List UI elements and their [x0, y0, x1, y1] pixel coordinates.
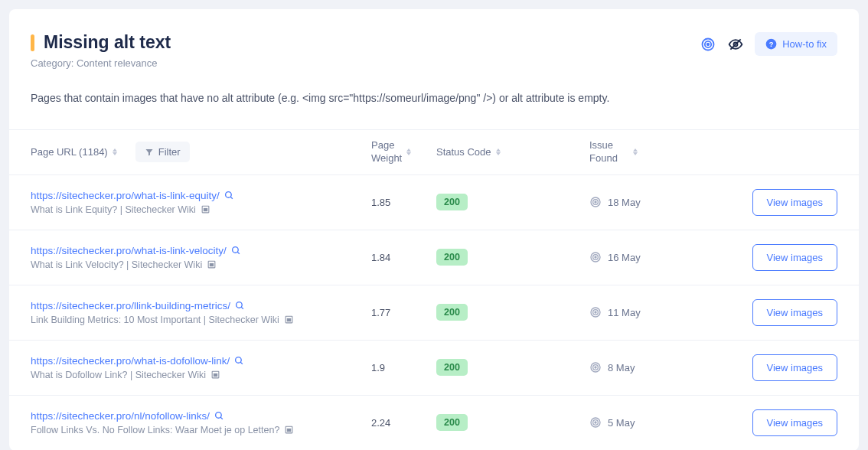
target-icon[interactable]	[700, 36, 716, 53]
view-images-button[interactable]: View images	[752, 409, 837, 436]
filter-button[interactable]: Filter	[135, 142, 190, 162]
status-cell: 200	[436, 359, 589, 376]
sort-icon[interactable]	[633, 148, 638, 155]
url-subtitle-line: What is Link Equity? | Sitechecker Wiki	[31, 204, 371, 215]
url-link-line: https://sitechecker.pro/what-is-link-equ…	[31, 190, 371, 201]
svg-rect-10	[204, 209, 207, 211]
status-cell: 200	[436, 194, 589, 210]
issue-date: 18 May	[608, 197, 641, 208]
page-url-link[interactable]: https://sitechecker.pro/what-is-link-equ…	[31, 190, 220, 201]
issue-date: 5 May	[608, 417, 635, 429]
main-card: Missing alt text Category: Content relev…	[9, 9, 859, 450]
page-url-link[interactable]: https://sitechecker.pro/nl/nofollow-link…	[31, 410, 210, 422]
eye-off-icon[interactable]	[727, 36, 744, 53]
url-link-line: https://sitechecker.pro/nl/nofollow-link…	[31, 410, 371, 422]
status-cell: 200	[436, 304, 589, 321]
page-subtitle: Follow Links Vs. No Follow Links: Waar M…	[31, 425, 279, 435]
issue-cell: 11 May	[589, 306, 689, 318]
issue-date: 11 May	[608, 307, 641, 318]
filter-icon	[145, 148, 154, 157]
page-icon[interactable]	[201, 204, 210, 214]
svg-point-7	[225, 191, 231, 197]
page-title: Missing alt text	[44, 32, 171, 53]
target-mini-icon	[589, 251, 602, 263]
sort-icon[interactable]	[496, 148, 501, 155]
action-cell: View images	[689, 189, 837, 216]
title-line: Missing alt text	[31, 32, 171, 53]
col-url: Page URL (1184) Filter	[31, 142, 371, 162]
url-cell: https://sitechecker.pro/what-is-link-vel…	[31, 245, 371, 270]
th-url-label: Page URL (1184)	[31, 146, 108, 158]
howto-button[interactable]: ? How-to fix	[755, 32, 837, 56]
issue-cell: 16 May	[589, 251, 689, 263]
view-images-button[interactable]: View images	[752, 189, 837, 216]
page-icon[interactable]	[284, 315, 294, 324]
sort-icon[interactable]	[406, 148, 411, 155]
page-url-link[interactable]: https://sitechecker.pro/what-is-link-vel…	[31, 245, 227, 256]
magnify-icon[interactable]	[235, 301, 245, 311]
url-subtitle-line: Link Building Metrics: 10 Most Important…	[31, 315, 371, 325]
status-cell: 200	[436, 414, 589, 431]
title-block: Missing alt text Category: Content relev…	[31, 32, 171, 69]
status-badge: 200	[436, 414, 468, 431]
url-link-line: https://sitechecker.pro/what-is-dofollow…	[31, 355, 371, 367]
th-issue-label: Issue Found	[589, 139, 618, 165]
url-subtitle-line: What is Link Velocity? | Sitechecker Wik…	[31, 259, 371, 270]
status-badge: 200	[436, 304, 468, 321]
weight-cell: 2.24	[371, 417, 436, 429]
svg-point-34	[595, 367, 596, 368]
filter-label: Filter	[158, 146, 181, 158]
page-subtitle: What is Link Velocity? | Sitechecker Wik…	[31, 259, 202, 270]
page-subtitle: What is Link Equity? | Sitechecker Wiki	[31, 204, 196, 215]
page-icon[interactable]	[207, 259, 217, 269]
svg-line-22	[241, 307, 243, 309]
svg-point-35	[216, 412, 222, 418]
th-weight-label: Page Weight	[371, 139, 402, 165]
table-row: https://sitechecker.pro/llink-building-m…	[9, 285, 859, 341]
table-row: https://sitechecker.pro/what-is-link-equ…	[9, 175, 859, 230]
status-cell: 200	[436, 249, 589, 266]
status-badge: 200	[436, 359, 468, 376]
action-cell: View images	[689, 409, 837, 436]
action-cell: View images	[689, 299, 837, 326]
issue-cell: 8 May	[589, 361, 689, 373]
page-url-link[interactable]: https://sitechecker.pro/what-is-dofollow…	[31, 355, 230, 367]
magnify-icon[interactable]	[234, 356, 244, 366]
col-weight: Page Weight	[371, 139, 436, 165]
issue-date: 8 May	[608, 362, 635, 373]
url-link-line: https://sitechecker.pro/what-is-link-vel…	[31, 245, 371, 256]
url-subtitle-line: What is Dofollow Link? | Sitechecker Wik…	[31, 370, 371, 380]
svg-point-28	[236, 357, 242, 363]
magnify-icon[interactable]	[214, 411, 224, 421]
page-subtitle: What is Dofollow Link? | Sitechecker Wik…	[31, 370, 206, 380]
svg-line-8	[230, 197, 233, 199]
page-subtitle: Link Building Metrics: 10 Most Important…	[31, 315, 279, 325]
magnify-icon[interactable]	[231, 246, 241, 256]
col-status: Status Code	[436, 146, 589, 158]
svg-point-27	[595, 311, 596, 313]
view-images-button[interactable]: View images	[752, 299, 837, 326]
svg-point-13	[595, 201, 596, 203]
svg-rect-31	[214, 374, 217, 377]
table-row: https://sitechecker.pro/what-is-link-vel…	[9, 230, 859, 285]
svg-text:?: ?	[769, 41, 774, 48]
page-icon[interactable]	[210, 370, 220, 380]
page-icon[interactable]	[284, 425, 294, 435]
magnify-icon[interactable]	[224, 191, 234, 201]
svg-rect-17	[210, 264, 214, 266]
table-header: Page URL (1184) Filter Page Weight Statu…	[9, 129, 859, 175]
page-url-link[interactable]: https://sitechecker.pro/llink-building-m…	[31, 300, 230, 311]
table-row: https://sitechecker.pro/what-is-dofollow…	[9, 341, 859, 396]
view-images-button[interactable]: View images	[752, 244, 837, 271]
sort-icon[interactable]	[113, 148, 117, 155]
svg-point-20	[595, 256, 596, 258]
svg-rect-38	[288, 429, 291, 432]
action-cell: View images	[689, 354, 837, 381]
accent-bar	[31, 34, 34, 51]
svg-point-21	[237, 302, 243, 308]
view-images-button[interactable]: View images	[752, 354, 837, 381]
action-cell: View images	[689, 244, 837, 271]
svg-point-41	[595, 422, 596, 423]
weight-cell: 1.9	[371, 362, 436, 373]
target-mini-icon	[589, 416, 602, 429]
